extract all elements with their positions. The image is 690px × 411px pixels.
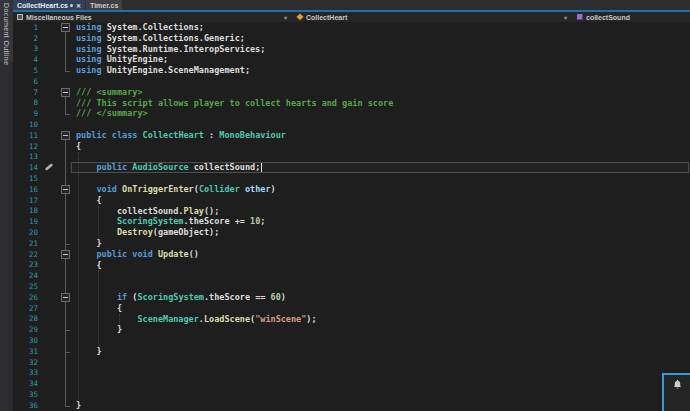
outlining-margin	[56, 281, 73, 292]
line-number[interactable]: 36	[13, 401, 43, 410]
code-line[interactable]: 26 if (ScoringSystem.theScore == 60)	[13, 292, 690, 303]
outlining-margin	[56, 238, 73, 249]
line-number[interactable]: 34	[13, 379, 43, 388]
code-line[interactable]: 11public class CollectHeart : MonoBehavi…	[13, 130, 690, 141]
line-number[interactable]: 9	[13, 109, 43, 118]
code-text: using UnityEngine;	[73, 54, 690, 65]
outlining-margin	[56, 206, 73, 217]
line-number[interactable]: 12	[13, 142, 43, 151]
code-line[interactable]: 31 }	[13, 346, 690, 357]
line-number[interactable]: 25	[13, 282, 43, 291]
code-line[interactable]: 20 Destroy(gameObject);	[13, 227, 690, 238]
code-line[interactable]: 10	[13, 119, 690, 130]
line-number[interactable]: 27	[13, 304, 43, 313]
code-line[interactable]: 23 {	[13, 260, 690, 271]
line-number[interactable]: 11	[13, 131, 43, 140]
code-line[interactable]: 2using System.Collections.Generic;	[13, 33, 690, 44]
document-outline-collapsed-tab[interactable]: Document Outline	[0, 0, 13, 62]
code-token: )	[281, 292, 286, 302]
code-line[interactable]: 32	[13, 357, 690, 368]
code-token: )	[271, 184, 276, 194]
code-line[interactable]: 3using System.Runtime.InteropServices;	[13, 44, 690, 55]
tab-collectheart-cs[interactable]: CollectHeart.cs ✕	[13, 0, 85, 10]
code-line[interactable]: 9/// </summary>	[13, 108, 690, 119]
notifications-button[interactable]	[662, 373, 690, 411]
line-number[interactable]: 10	[13, 120, 43, 129]
line-number[interactable]: 24	[13, 271, 43, 280]
member-dropdown[interactable]: collectSound	[573, 12, 690, 22]
code-line[interactable]: 14 public AudioSource collectSound;	[13, 162, 690, 173]
outlining-margin	[56, 314, 73, 325]
code-line[interactable]: 4using UnityEngine;	[13, 54, 690, 65]
line-number[interactable]: 2	[13, 34, 43, 43]
close-icon[interactable]: ✕	[75, 2, 81, 9]
fold-collapse-icon[interactable]	[61, 250, 70, 259]
line-number[interactable]: 31	[13, 347, 43, 356]
line-number[interactable]: 22	[13, 250, 43, 259]
code-line[interactable]: 36}	[13, 400, 690, 411]
code-text: if (ScoringSystem.theScore == 60)	[73, 292, 690, 303]
glyph-margin	[43, 378, 56, 389]
code-line[interactable]: 29 }	[13, 324, 690, 335]
code-line[interactable]: 24	[13, 270, 690, 281]
code-line[interactable]: 12{	[13, 141, 690, 152]
code-line[interactable]: 13	[13, 152, 690, 163]
line-number[interactable]: 23	[13, 260, 43, 269]
line-number[interactable]: 8	[13, 98, 43, 107]
line-number[interactable]: 15	[13, 174, 43, 183]
line-number[interactable]: 13	[13, 152, 43, 161]
line-number[interactable]: 33	[13, 368, 43, 377]
fold-collapse-icon[interactable]	[61, 293, 70, 302]
line-number[interactable]: 32	[13, 358, 43, 367]
code-line[interactable]: 28 SceneManager.LoadScene("winScene");	[13, 314, 690, 325]
line-number[interactable]: 26	[13, 293, 43, 302]
code-editor[interactable]: 1using System.Collections;2using System.…	[13, 22, 690, 411]
code-line[interactable]: 30	[13, 335, 690, 346]
code-line[interactable]: 6	[13, 76, 690, 87]
line-number[interactable]: 28	[13, 314, 43, 323]
line-number[interactable]: 6	[13, 77, 43, 86]
tab-timer-cs[interactable]: Timer.cs	[86, 0, 122, 10]
type-dropdown[interactable]: CollectHeart ▾	[293, 12, 573, 22]
line-number[interactable]: 18	[13, 206, 43, 215]
code-line[interactable]: 27 {	[13, 303, 690, 314]
glyph-margin	[43, 76, 56, 87]
code-line[interactable]: 18 collectSound.Play();	[13, 206, 690, 217]
line-number[interactable]: 21	[13, 239, 43, 248]
code-line[interactable]: 25	[13, 281, 690, 292]
code-line[interactable]: 15	[13, 173, 690, 184]
code-line[interactable]: 33	[13, 368, 690, 379]
code-line[interactable]: 34	[13, 378, 690, 389]
code-line[interactable]: 8/// This script allows player to collec…	[13, 98, 690, 109]
code-line[interactable]: 21 }	[13, 238, 690, 249]
outlining-margin	[56, 249, 73, 260]
line-number[interactable]: 5	[13, 66, 43, 75]
line-number[interactable]: 29	[13, 325, 43, 334]
code-line[interactable]: 19 ScoringSystem.theScore += 10;	[13, 216, 690, 227]
line-number[interactable]: 3	[13, 44, 43, 53]
fold-collapse-icon[interactable]	[61, 23, 70, 32]
fold-collapse-icon[interactable]	[61, 185, 70, 194]
line-number[interactable]: 4	[13, 55, 43, 64]
line-number[interactable]: 14	[13, 163, 43, 172]
line-number[interactable]: 1	[13, 23, 43, 32]
code-line[interactable]: 17 {	[13, 195, 690, 206]
line-number[interactable]: 30	[13, 336, 43, 345]
code-line[interactable]: 7/// <summary>	[13, 87, 690, 98]
class-icon	[296, 13, 303, 20]
line-number[interactable]: 16	[13, 185, 43, 194]
code-line[interactable]: 35	[13, 389, 690, 400]
code-line[interactable]: 22 public void Update()	[13, 249, 690, 260]
code-line[interactable]: 16 void OnTriggerEnter(Collider other)	[13, 184, 690, 195]
line-number[interactable]: 17	[13, 196, 43, 205]
line-number[interactable]: 35	[13, 390, 43, 399]
project-dropdown[interactable]: Miscellaneous Files ▾	[13, 12, 293, 22]
code-token	[76, 314, 137, 324]
fold-collapse-icon[interactable]	[61, 88, 70, 97]
line-number[interactable]: 20	[13, 228, 43, 237]
line-number[interactable]: 7	[13, 88, 43, 97]
code-line[interactable]: 5using UnityEngine.SceneManagement;	[13, 65, 690, 76]
fold-collapse-icon[interactable]	[61, 131, 70, 140]
code-line[interactable]: 1using System.Collections;	[13, 22, 690, 33]
line-number[interactable]: 19	[13, 217, 43, 226]
